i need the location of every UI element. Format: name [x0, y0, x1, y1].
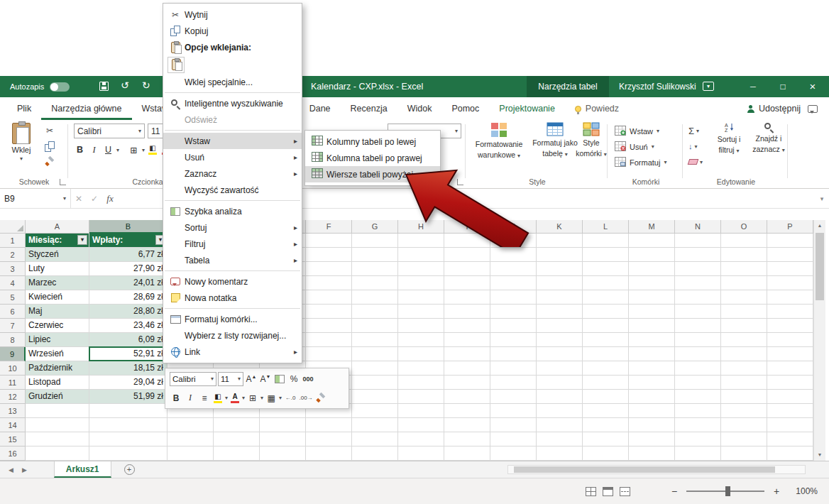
cell-L6[interactable]: [583, 305, 629, 319]
cell-H13[interactable]: [398, 404, 444, 418]
cell-P7[interactable]: [767, 319, 813, 333]
cell-F7[interactable]: [306, 319, 352, 333]
cell-G6[interactable]: [352, 305, 398, 319]
cell-B16[interactable]: [89, 447, 168, 461]
cell-K12[interactable]: [537, 390, 583, 404]
increase-decimal-button[interactable]: ←.0: [283, 395, 297, 401]
menu-item-sortuj[interactable]: Sortuj▸: [163, 219, 302, 236]
tab-narzędzia-główne[interactable]: Narzędzia główne: [41, 97, 131, 120]
cell-styles-button[interactable]: Style komórki ▾: [575, 122, 608, 159]
cell-M9[interactable]: [629, 347, 675, 361]
zoom-level[interactable]: 100%: [796, 486, 818, 496]
cell-E15[interactable]: [260, 432, 306, 447]
cell-A4[interactable]: Marzec: [26, 276, 89, 290]
cell-J2[interactable]: [490, 248, 537, 262]
cell-F2[interactable]: [306, 248, 352, 262]
cell-A15[interactable]: [26, 432, 89, 447]
cell-B2[interactable]: 6,77 zł: [89, 248, 168, 262]
cell-O5[interactable]: [721, 290, 767, 305]
cell-P6[interactable]: [767, 305, 813, 319]
cell-M16[interactable]: [629, 447, 675, 461]
cell-H3[interactable]: [398, 262, 444, 276]
cell-J4[interactable]: [490, 276, 537, 290]
fill-color-button[interactable]: ◧: [147, 145, 158, 155]
zoom-slider[interactable]: [686, 491, 764, 492]
cell-L2[interactable]: [583, 248, 629, 262]
cell-M10[interactable]: [629, 361, 675, 376]
cell-B3[interactable]: 27,90 zł: [89, 262, 168, 276]
menu-item-usuń[interactable]: Usuń▸: [163, 149, 302, 165]
minimize-button[interactable]: ─: [738, 76, 768, 97]
cell-F16[interactable]: [306, 447, 352, 461]
cell-M12[interactable]: [629, 390, 675, 404]
cell-P1[interactable]: [767, 234, 813, 248]
add-sheet-button[interactable]: +: [124, 464, 135, 475]
cell-D16[interactable]: [214, 447, 260, 461]
cell-O1[interactable]: [721, 234, 767, 248]
zoom-out-icon[interactable]: −: [671, 486, 677, 497]
cell-G15[interactable]: [352, 432, 398, 447]
cell-J9[interactable]: [490, 347, 537, 361]
menu-item-link[interactable]: Link▸: [163, 344, 302, 360]
zoom-slider-knob[interactable]: [725, 486, 730, 496]
tab-widok[interactable]: Widok: [397, 97, 442, 120]
cell-L10[interactable]: [583, 361, 629, 376]
row-header-7[interactable]: 7: [0, 319, 26, 333]
cell-K2[interactable]: [537, 248, 583, 262]
cell-N8[interactable]: [675, 333, 721, 347]
cell-O14[interactable]: [721, 418, 767, 432]
cell-N14[interactable]: [675, 418, 721, 432]
menu-item-nowy-komentarz[interactable]: Nowy komentarz: [163, 273, 302, 290]
sheet-nav-left-icon[interactable]: ◀: [9, 466, 13, 473]
percent-style-button[interactable]: %: [287, 372, 300, 386]
cell-M4[interactable]: [629, 276, 675, 290]
sheet-nav-right-icon[interactable]: ▶: [22, 466, 27, 473]
borders-button[interactable]: ⊞: [128, 143, 140, 157]
row-header-11[interactable]: 11: [0, 376, 26, 390]
cell-P4[interactable]: [767, 276, 813, 290]
close-button[interactable]: ×: [798, 76, 828, 97]
cell-N9[interactable]: [675, 347, 721, 361]
cell-H9[interactable]: [398, 347, 444, 361]
cell-P2[interactable]: [767, 248, 813, 262]
format-painter-button[interactable]: [41, 155, 58, 168]
cell-K7[interactable]: [537, 319, 583, 333]
cell-J6[interactable]: [490, 305, 537, 319]
column-header-P[interactable]: P: [767, 220, 813, 234]
dialog-launcher-icon[interactable]: [60, 179, 66, 185]
cell-H10[interactable]: [398, 361, 444, 376]
mini-format-painter-button[interactable]: [314, 391, 327, 405]
cell-B1[interactable]: Wpłaty:▾: [89, 234, 168, 248]
cell-L13[interactable]: [583, 404, 629, 418]
cell-J10[interactable]: [490, 361, 537, 376]
horizontal-scrollbar[interactable]: [507, 465, 806, 474]
cell-K9[interactable]: [537, 347, 583, 361]
cell-L1[interactable]: [583, 234, 629, 248]
cell-B10[interactable]: 18,15 zł: [89, 361, 168, 376]
cell-M14[interactable]: [629, 418, 675, 432]
cell-P5[interactable]: [767, 290, 813, 305]
clear-button[interactable]: ▾: [688, 155, 703, 168]
row-header-12[interactable]: 12: [0, 390, 26, 404]
cell-K5[interactable]: [537, 290, 583, 305]
menu-item-wytnij[interactable]: ✂Wytnij: [163, 6, 302, 23]
maximize-button[interactable]: □: [768, 76, 798, 97]
cell-N16[interactable]: [675, 447, 721, 461]
menu-item-wstaw[interactable]: Wstaw▸: [163, 133, 302, 149]
cell-J16[interactable]: [490, 447, 537, 461]
shrink-font-button[interactable]: A▼: [259, 372, 272, 386]
insert-cells-button[interactable]: Wstaw▾: [615, 124, 659, 138]
cell-A16[interactable]: [26, 447, 89, 461]
cell-B6[interactable]: 28,80 zł: [89, 305, 168, 319]
row-header-14[interactable]: 14: [0, 418, 26, 432]
comma-style-button[interactable]: 000: [302, 372, 314, 386]
mini-cell-style-button[interactable]: ▦: [265, 391, 278, 405]
column-header-M[interactable]: M: [629, 220, 675, 234]
cell-G13[interactable]: [352, 404, 398, 418]
cell-K3[interactable]: [537, 262, 583, 276]
cell-I5[interactable]: [444, 290, 490, 305]
cell-P16[interactable]: [767, 447, 813, 461]
cell-D15[interactable]: [214, 432, 260, 447]
cell-K13[interactable]: [537, 404, 583, 418]
cell-H8[interactable]: [398, 333, 444, 347]
